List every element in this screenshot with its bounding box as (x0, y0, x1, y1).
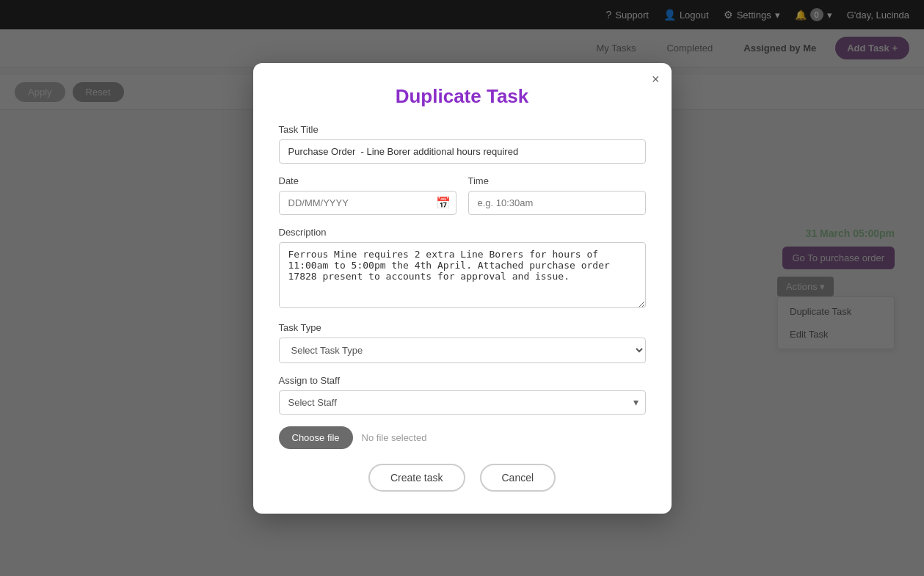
description-textarea[interactable]: Ferrous Mine requires 2 extra Line Borer… (279, 242, 646, 308)
staff-select-wrapper: Select Staff ▾ (279, 390, 646, 415)
task-title-group: Task Title (279, 124, 646, 164)
file-upload-row: Choose file No file selected (279, 426, 646, 449)
task-title-label: Task Title (279, 124, 646, 135)
modal-title: Duplicate Task (279, 85, 646, 108)
date-group: Date 📅 (279, 175, 456, 215)
date-input-wrapper: 📅 (279, 191, 456, 215)
date-label: Date (279, 175, 456, 186)
assign-staff-group: Assign to Staff Select Staff ▾ (279, 375, 646, 415)
time-input[interactable] (468, 191, 646, 215)
staff-select[interactable]: Select Staff (279, 390, 646, 415)
date-input[interactable] (279, 191, 456, 215)
file-status-text: No file selected (362, 432, 427, 443)
task-type-select[interactable]: Select Task Type General Maintenance Pur… (279, 338, 646, 363)
date-time-group: Date 📅 Time (279, 175, 646, 215)
task-title-input[interactable] (279, 139, 646, 164)
duplicate-task-modal: × Duplicate Task Task Title Date 📅 Time … (253, 63, 672, 514)
description-label: Description (279, 227, 646, 238)
calendar-icon[interactable]: 📅 (436, 196, 451, 210)
assign-staff-label: Assign to Staff (279, 375, 646, 386)
time-label: Time (468, 175, 646, 186)
create-task-button[interactable]: Create task (368, 464, 465, 492)
description-group: Description Ferrous Mine requires 2 extr… (279, 227, 646, 310)
modal-action-buttons: Create task Cancel (279, 464, 646, 492)
choose-file-button[interactable]: Choose file (279, 426, 353, 449)
task-type-group: Task Type Select Task Type General Maint… (279, 322, 646, 363)
task-type-label: Task Type (279, 322, 646, 333)
modal-close-button[interactable]: × (652, 72, 660, 87)
cancel-button[interactable]: Cancel (480, 464, 556, 492)
time-group: Time (468, 175, 646, 215)
